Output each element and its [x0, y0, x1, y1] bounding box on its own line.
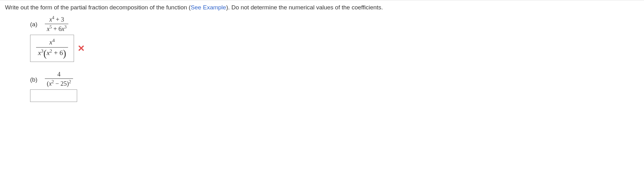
- problem-b-denominator: (x2 − 25)2: [45, 78, 73, 87]
- problem-a-answer-denominator: x3(x2 + 6): [36, 47, 68, 60]
- problem-a-denominator: x5 + 6x3: [45, 24, 68, 33]
- problem-b-row: (b) 4 (x2 − 25)2: [30, 71, 639, 87]
- problem-b-fraction: 4 (x2 − 25)2: [45, 71, 73, 87]
- problem-a-answer-numerator: x4: [36, 37, 68, 47]
- problem-a-row: (a) x4 + 3 x5 + 6x3: [30, 15, 639, 32]
- problem-a-answer-fraction: x4 x3(x2 + 6): [36, 37, 68, 59]
- problem-b-numerator: 4: [45, 71, 73, 78]
- problem-a-answer-row: x4 x3(x2 + 6): [30, 35, 639, 62]
- instruction-text: Write out the form of the partial fracti…: [5, 4, 639, 11]
- instruction-suffix: ). Do not determine the numerical values…: [226, 4, 383, 11]
- problem-b-answer-row: [30, 89, 639, 102]
- problem-a-fraction: x4 + 3 x5 + 6x3: [45, 15, 68, 32]
- incorrect-icon: [78, 45, 85, 52]
- problem-b-answer-box[interactable]: [30, 89, 77, 102]
- problem-b-label: (b): [30, 71, 37, 83]
- problem-a-numerator: x4 + 3: [45, 15, 68, 24]
- problem-a-answer-box[interactable]: x4 x3(x2 + 6): [30, 35, 74, 62]
- see-example-link[interactable]: See Example: [191, 4, 226, 11]
- instruction-prefix: Write out the form of the partial fracti…: [5, 4, 191, 11]
- problem-a-label: (a): [30, 15, 37, 28]
